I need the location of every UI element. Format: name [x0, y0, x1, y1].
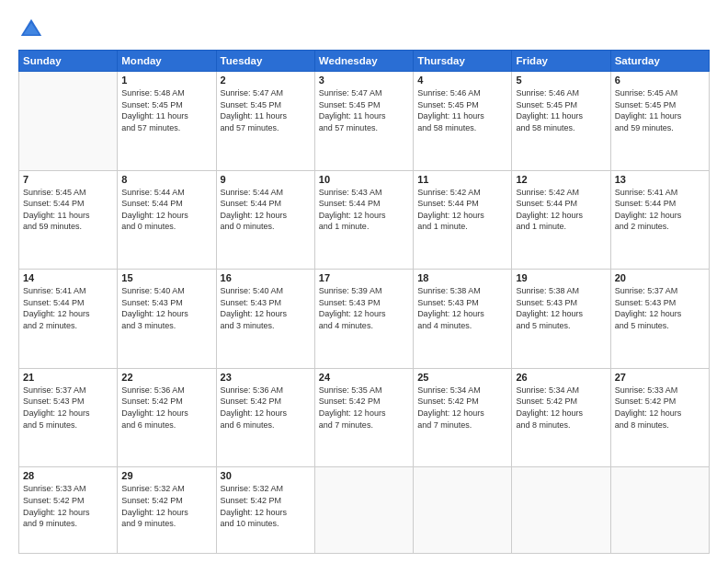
header-friday: Friday	[512, 51, 610, 72]
day-number: 16	[221, 272, 311, 283]
table-row: 22Sunrise: 5:36 AM Sunset: 5:42 PM Dayli…	[118, 368, 216, 467]
day-info: Sunrise: 5:44 AM Sunset: 5:44 PM Dayligh…	[121, 187, 211, 233]
day-info: Sunrise: 5:42 AM Sunset: 5:44 PM Dayligh…	[516, 187, 606, 233]
day-info: Sunrise: 5:47 AM Sunset: 5:45 PM Dayligh…	[221, 87, 311, 133]
day-info: Sunrise: 5:48 AM Sunset: 5:45 PM Dayligh…	[121, 87, 211, 133]
header	[18, 17, 710, 42]
table-row: 23Sunrise: 5:36 AM Sunset: 5:42 PM Dayli…	[216, 368, 314, 467]
calendar-table: Sunday Monday Tuesday Wednesday Thursday…	[18, 50, 710, 554]
day-info: Sunrise: 5:46 AM Sunset: 5:45 PM Dayligh…	[417, 87, 507, 133]
day-info: Sunrise: 5:45 AM Sunset: 5:44 PM Dayligh…	[23, 187, 113, 233]
day-number: 12	[516, 174, 606, 185]
day-info: Sunrise: 5:43 AM Sunset: 5:44 PM Dayligh…	[319, 187, 409, 233]
table-row: 2Sunrise: 5:47 AM Sunset: 5:45 PM Daylig…	[216, 72, 314, 171]
day-number: 23	[221, 372, 311, 383]
day-number: 8	[121, 174, 211, 185]
table-row: 14Sunrise: 5:41 AM Sunset: 5:44 PM Dayli…	[19, 270, 118, 369]
table-row: 20Sunrise: 5:37 AM Sunset: 5:43 PM Dayli…	[610, 270, 709, 369]
calendar-row: 21Sunrise: 5:37 AM Sunset: 5:43 PM Dayli…	[19, 368, 710, 467]
day-number: 6	[615, 75, 705, 86]
day-number: 2	[221, 75, 311, 86]
day-info: Sunrise: 5:33 AM Sunset: 5:42 PM Dayligh…	[23, 483, 113, 529]
day-number: 10	[319, 174, 409, 185]
day-info: Sunrise: 5:46 AM Sunset: 5:45 PM Dayligh…	[516, 87, 606, 133]
page: Sunday Monday Tuesday Wednesday Thursday…	[0, 0, 728, 563]
day-number: 25	[417, 372, 507, 383]
day-info: Sunrise: 5:45 AM Sunset: 5:45 PM Dayligh…	[615, 87, 705, 133]
table-row: 6Sunrise: 5:45 AM Sunset: 5:45 PM Daylig…	[610, 72, 709, 171]
table-row: 15Sunrise: 5:40 AM Sunset: 5:43 PM Dayli…	[118, 270, 216, 369]
day-info: Sunrise: 5:32 AM Sunset: 5:42 PM Dayligh…	[121, 483, 211, 529]
logo-icon	[18, 17, 44, 42]
table-row: 28Sunrise: 5:33 AM Sunset: 5:42 PM Dayli…	[19, 467, 118, 554]
day-info: Sunrise: 5:38 AM Sunset: 5:43 PM Dayligh…	[417, 285, 507, 331]
table-row	[314, 467, 413, 554]
day-number: 5	[516, 75, 606, 86]
day-number: 4	[417, 75, 507, 86]
day-info: Sunrise: 5:34 AM Sunset: 5:42 PM Dayligh…	[516, 385, 606, 431]
table-row: 30Sunrise: 5:32 AM Sunset: 5:42 PM Dayli…	[216, 467, 314, 554]
table-row	[610, 467, 709, 554]
table-row: 26Sunrise: 5:34 AM Sunset: 5:42 PM Dayli…	[512, 368, 610, 467]
table-row: 18Sunrise: 5:38 AM Sunset: 5:43 PM Dayli…	[414, 270, 512, 369]
logo	[18, 17, 50, 42]
day-info: Sunrise: 5:41 AM Sunset: 5:44 PM Dayligh…	[615, 187, 705, 233]
table-row: 10Sunrise: 5:43 AM Sunset: 5:44 PM Dayli…	[314, 170, 413, 270]
header-wednesday: Wednesday	[314, 51, 413, 72]
table-row	[19, 72, 118, 171]
day-number: 3	[319, 75, 409, 86]
day-number: 30	[221, 470, 311, 481]
day-number: 22	[121, 372, 211, 383]
day-info: Sunrise: 5:47 AM Sunset: 5:45 PM Dayligh…	[319, 87, 409, 133]
table-row: 5Sunrise: 5:46 AM Sunset: 5:45 PM Daylig…	[512, 72, 610, 171]
table-row	[414, 467, 512, 554]
day-info: Sunrise: 5:38 AM Sunset: 5:43 PM Dayligh…	[516, 285, 606, 331]
day-number: 9	[221, 174, 311, 185]
table-row: 8Sunrise: 5:44 AM Sunset: 5:44 PM Daylig…	[118, 170, 216, 270]
calendar-row: 1Sunrise: 5:48 AM Sunset: 5:45 PM Daylig…	[19, 72, 710, 171]
weekday-header-row: Sunday Monday Tuesday Wednesday Thursday…	[19, 51, 710, 72]
day-number: 1	[121, 75, 211, 86]
day-number: 7	[23, 174, 113, 185]
day-number: 29	[121, 470, 211, 481]
day-number: 18	[417, 272, 507, 283]
day-number: 21	[23, 372, 113, 383]
day-number: 17	[319, 272, 409, 283]
table-row: 25Sunrise: 5:34 AM Sunset: 5:42 PM Dayli…	[414, 368, 512, 467]
calendar-row: 7Sunrise: 5:45 AM Sunset: 5:44 PM Daylig…	[19, 170, 710, 270]
table-row: 29Sunrise: 5:32 AM Sunset: 5:42 PM Dayli…	[118, 467, 216, 554]
day-info: Sunrise: 5:39 AM Sunset: 5:43 PM Dayligh…	[319, 285, 409, 331]
day-number: 14	[23, 272, 113, 283]
calendar-row: 28Sunrise: 5:33 AM Sunset: 5:42 PM Dayli…	[19, 467, 710, 554]
day-number: 15	[121, 272, 211, 283]
calendar-row: 14Sunrise: 5:41 AM Sunset: 5:44 PM Dayli…	[19, 270, 710, 369]
table-row: 17Sunrise: 5:39 AM Sunset: 5:43 PM Dayli…	[314, 270, 413, 369]
table-row: 7Sunrise: 5:45 AM Sunset: 5:44 PM Daylig…	[19, 170, 118, 270]
day-number: 19	[516, 272, 606, 283]
day-number: 24	[319, 372, 409, 383]
header-sunday: Sunday	[19, 51, 118, 72]
day-number: 26	[516, 372, 606, 383]
header-tuesday: Tuesday	[216, 51, 314, 72]
table-row: 9Sunrise: 5:44 AM Sunset: 5:44 PM Daylig…	[216, 170, 314, 270]
table-row: 21Sunrise: 5:37 AM Sunset: 5:43 PM Dayli…	[19, 368, 118, 467]
day-info: Sunrise: 5:40 AM Sunset: 5:43 PM Dayligh…	[121, 285, 211, 331]
table-row	[512, 467, 610, 554]
day-info: Sunrise: 5:41 AM Sunset: 5:44 PM Dayligh…	[23, 285, 113, 331]
day-info: Sunrise: 5:44 AM Sunset: 5:44 PM Dayligh…	[221, 187, 311, 233]
table-row: 19Sunrise: 5:38 AM Sunset: 5:43 PM Dayli…	[512, 270, 610, 369]
day-info: Sunrise: 5:36 AM Sunset: 5:42 PM Dayligh…	[121, 385, 211, 431]
table-row: 3Sunrise: 5:47 AM Sunset: 5:45 PM Daylig…	[314, 72, 413, 171]
day-number: 11	[417, 174, 507, 185]
day-info: Sunrise: 5:42 AM Sunset: 5:44 PM Dayligh…	[417, 187, 507, 233]
table-row: 11Sunrise: 5:42 AM Sunset: 5:44 PM Dayli…	[414, 170, 512, 270]
day-info: Sunrise: 5:35 AM Sunset: 5:42 PM Dayligh…	[319, 385, 409, 431]
day-info: Sunrise: 5:32 AM Sunset: 5:42 PM Dayligh…	[221, 483, 311, 529]
table-row: 16Sunrise: 5:40 AM Sunset: 5:43 PM Dayli…	[216, 270, 314, 369]
header-monday: Monday	[118, 51, 216, 72]
day-info: Sunrise: 5:34 AM Sunset: 5:42 PM Dayligh…	[417, 385, 507, 431]
day-number: 20	[615, 272, 705, 283]
day-info: Sunrise: 5:37 AM Sunset: 5:43 PM Dayligh…	[615, 285, 705, 331]
day-info: Sunrise: 5:40 AM Sunset: 5:43 PM Dayligh…	[221, 285, 311, 331]
table-row: 1Sunrise: 5:48 AM Sunset: 5:45 PM Daylig…	[118, 72, 216, 171]
